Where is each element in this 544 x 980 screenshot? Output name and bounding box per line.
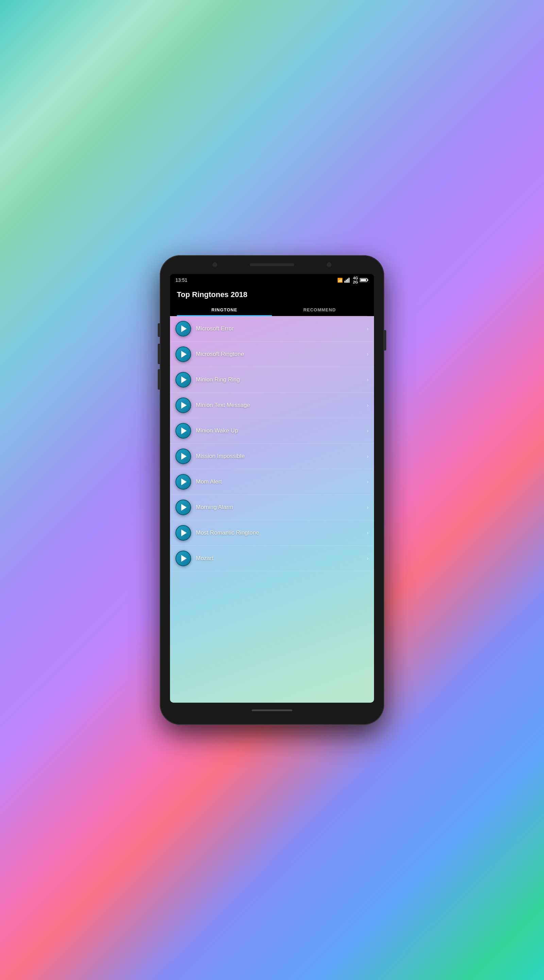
chevron-right-icon: › xyxy=(367,504,369,511)
play-icon xyxy=(181,376,187,383)
chevron-right-icon: › xyxy=(367,453,369,460)
play-icon xyxy=(181,530,187,536)
chevron-right-icon: › xyxy=(367,377,369,383)
volume-up-button[interactable] xyxy=(158,344,160,364)
status-icons: 📶 4G2G xyxy=(337,276,369,284)
ringtone-title: Microsoft Error xyxy=(196,325,367,332)
battery-icon xyxy=(360,278,369,282)
play-button[interactable] xyxy=(175,449,191,464)
play-button[interactable] xyxy=(175,398,191,413)
list-item[interactable]: Microsoft Ringtone › xyxy=(170,342,374,367)
tab-ringtone[interactable]: RINGTONE xyxy=(177,304,272,316)
status-time: 13:51 xyxy=(175,277,187,283)
home-indicator[interactable] xyxy=(252,710,292,711)
status-bar: 13:51 📶 4G2G xyxy=(170,274,374,286)
chevron-right-icon: › xyxy=(367,555,369,562)
svg-rect-3 xyxy=(349,278,349,283)
mute-button[interactable] xyxy=(158,323,160,337)
play-icon xyxy=(181,427,187,434)
ringtone-title: Morning Alarm xyxy=(196,504,367,511)
phone-top-bar xyxy=(160,255,384,274)
chevron-right-icon: › xyxy=(367,351,369,357)
list-item[interactable]: Minion Text Message › xyxy=(170,393,374,418)
app-header: Top Ringtones 2018 RINGTONE RECOMMEND xyxy=(170,286,374,316)
chevron-right-icon: › xyxy=(367,402,369,408)
list-item[interactable]: Mozart › xyxy=(170,546,374,571)
front-camera-right xyxy=(327,262,331,267)
svg-rect-6 xyxy=(367,279,368,281)
play-button[interactable] xyxy=(175,500,191,515)
volume-down-button[interactable] xyxy=(158,369,160,390)
ringtone-list: Microsoft Error › Microsoft Ringtone › M… xyxy=(170,316,374,703)
chevron-right-icon: › xyxy=(367,479,369,485)
list-item[interactable]: Mom Alert › xyxy=(170,469,374,495)
ringtone-title: Mom Alert xyxy=(196,479,367,485)
play-icon xyxy=(181,504,187,511)
svg-rect-5 xyxy=(360,279,366,281)
play-button[interactable] xyxy=(175,525,191,541)
play-icon xyxy=(181,402,187,409)
svg-rect-2 xyxy=(347,279,348,283)
list-item[interactable]: Minion Ring Ring › xyxy=(170,367,374,393)
play-button[interactable] xyxy=(175,550,191,566)
power-button[interactable] xyxy=(384,330,386,350)
play-button[interactable] xyxy=(175,474,191,490)
network-type-icon: 4G2G xyxy=(353,276,358,284)
play-icon xyxy=(181,351,187,358)
app-title: Top Ringtones 2018 xyxy=(177,290,367,299)
play-button[interactable] xyxy=(175,423,191,439)
tab-recommend[interactable]: RECOMMEND xyxy=(272,304,367,316)
ringtone-title: Most Romantic Ringtone xyxy=(196,530,367,536)
svg-rect-0 xyxy=(344,281,346,283)
ringtone-title: Minion Text Message xyxy=(196,402,367,409)
play-icon xyxy=(181,453,187,460)
phone-screen: 13:51 📶 4G2G xyxy=(170,274,374,703)
ringtone-title: Mission Impossible xyxy=(196,453,367,460)
tab-bar: RINGTONE RECOMMEND xyxy=(177,304,367,316)
speaker-grill xyxy=(250,263,294,266)
list-item[interactable]: Morning Alarm › xyxy=(170,495,374,520)
ringtone-title: Mozart xyxy=(196,555,367,562)
chevron-right-icon: › xyxy=(367,326,369,332)
wifi-icon: 📶 xyxy=(337,278,343,283)
play-button[interactable] xyxy=(175,347,191,362)
signal-bars-icon xyxy=(344,277,351,283)
list-item[interactable]: Minion Wake Up › xyxy=(170,418,374,444)
chevron-right-icon: › xyxy=(367,530,369,536)
play-icon xyxy=(181,555,187,562)
chevron-right-icon: › xyxy=(367,428,369,434)
phone-bottom xyxy=(252,703,292,718)
ringtone-title: Minion Ring Ring xyxy=(196,376,367,383)
front-camera-left xyxy=(213,262,217,267)
play-button[interactable] xyxy=(175,321,191,337)
list-item[interactable]: Mission Impossible › xyxy=(170,444,374,469)
list-item[interactable]: Microsoft Error › xyxy=(170,316,374,342)
play-icon xyxy=(181,325,187,332)
list-item[interactable]: Most Romantic Ringtone › xyxy=(170,520,374,546)
play-icon xyxy=(181,479,187,485)
ringtone-title: Microsoft Ringtone xyxy=(196,351,367,358)
ringtone-title: Minion Wake Up xyxy=(196,427,367,434)
play-button[interactable] xyxy=(175,372,191,388)
svg-rect-1 xyxy=(346,280,347,283)
phone-frame: 13:51 📶 4G2G xyxy=(160,255,384,725)
